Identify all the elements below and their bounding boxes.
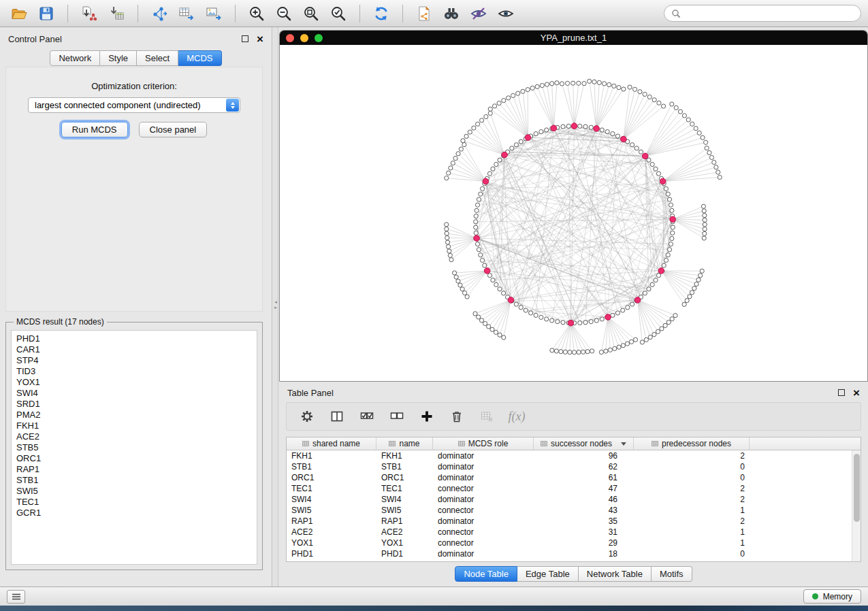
- float-table-panel-icon[interactable]: [838, 389, 845, 396]
- import-network-button[interactable]: [77, 3, 101, 24]
- table-row[interactable]: SWI5SWI5connector431: [287, 505, 852, 516]
- window-maximize-icon[interactable]: [315, 34, 323, 42]
- table-body: FKH1FKH1dominator962STB1STB1dominator620…: [287, 450, 852, 561]
- mcds-result-item[interactable]: YOX1: [16, 377, 252, 388]
- optimization-label: Optimization criterion:: [6, 81, 262, 91]
- tab-network[interactable]: Network: [50, 50, 100, 66]
- search-box: [664, 5, 861, 22]
- scrollbar-thumb[interactable]: [854, 454, 860, 522]
- memory-button[interactable]: Memory: [803, 589, 861, 604]
- column-header-name[interactable]: name: [376, 437, 433, 450]
- delete-column-button[interactable]: [449, 408, 465, 425]
- tab-style[interactable]: Style: [100, 50, 137, 66]
- add-column-button[interactable]: [419, 408, 435, 425]
- mcds-result-item[interactable]: CAR1: [16, 344, 252, 355]
- table-cell: 18: [534, 549, 634, 559]
- refresh-layout-button[interactable]: [369, 3, 393, 24]
- table-tab-edge-table[interactable]: Edge Table: [517, 566, 579, 582]
- mcds-result-item[interactable]: STB1: [16, 475, 252, 486]
- table-settings-button[interactable]: [299, 408, 315, 425]
- mcds-result-item[interactable]: SWI5: [16, 486, 252, 497]
- zoom-in-icon: [248, 5, 266, 22]
- mcds-result-item[interactable]: TEC1: [16, 497, 252, 508]
- save-session-button[interactable]: [34, 3, 59, 24]
- mcds-result-item[interactable]: SWI4: [16, 388, 252, 399]
- mcds-result-item[interactable]: ACE2: [16, 431, 252, 442]
- column-header-shared-name[interactable]: shared name: [287, 437, 376, 450]
- table-row[interactable]: RAP1RAP1dominator352: [287, 516, 852, 527]
- table-cell: 62: [534, 462, 634, 472]
- mcds-result-item[interactable]: GCR1: [16, 508, 252, 518]
- table-tab-motifs[interactable]: Motifs: [652, 566, 692, 582]
- select-all-button[interactable]: [359, 408, 375, 425]
- import-table-button[interactable]: [104, 3, 129, 24]
- tab-select[interactable]: Select: [137, 50, 178, 66]
- mcds-result-item[interactable]: PHD1: [16, 333, 252, 344]
- mcds-result-item[interactable]: SRD1: [16, 399, 252, 410]
- table-row[interactable]: YOX1YOX1connector291: [287, 538, 852, 548]
- splitter-handle-icon[interactable]: ◂▸: [273, 299, 278, 310]
- table-row[interactable]: PHD1PHD1dominator180: [287, 548, 852, 559]
- run-mcds-button[interactable]: Run MCDS: [61, 122, 128, 137]
- table-cell: STB1: [287, 462, 376, 472]
- table-tab-network-table[interactable]: Network Table: [579, 566, 652, 582]
- workspace: YPA_prune.txt_1 Table Panel ×: [279, 27, 868, 587]
- mcds-result-item[interactable]: STB5: [16, 442, 252, 453]
- column-header-successor-nodes[interactable]: successor nodes: [534, 437, 634, 450]
- export-network-button[interactable]: [147, 3, 172, 24]
- mcds-result-box: MCDS result (17 nodes) PHD1CAR1STP4TID3Y…: [5, 317, 263, 570]
- columns-icon: [330, 410, 344, 423]
- table-cell: 1: [634, 538, 750, 548]
- window-close-icon[interactable]: [286, 34, 294, 42]
- list-icon: [12, 593, 21, 600]
- table-row[interactable]: ORC1ORC1dominator610: [287, 472, 852, 483]
- open-network-button[interactable]: [7, 3, 31, 24]
- tab-mcds[interactable]: MCDS: [178, 50, 221, 66]
- mcds-result-item[interactable]: TID3: [16, 366, 252, 377]
- mcds-result-item[interactable]: PMA2: [16, 410, 252, 420]
- table-tab-node-table[interactable]: Node Table: [455, 566, 517, 582]
- panel-splitter[interactable]: ◂▸: [273, 27, 278, 587]
- mcds-result-item[interactable]: RAP1: [16, 464, 252, 475]
- export-table-button[interactable]: [174, 3, 199, 24]
- close-table-panel-icon[interactable]: ×: [853, 387, 860, 399]
- column-header-predecessor-nodes[interactable]: predecessor nodes: [634, 437, 750, 450]
- window-minimize-icon[interactable]: [300, 34, 308, 42]
- table-row[interactable]: TEC1TEC1connector472: [287, 483, 852, 494]
- table-row[interactable]: FKH1FKH1dominator962: [287, 450, 852, 461]
- zoom-selected-icon: [329, 5, 347, 22]
- search-input[interactable]: [685, 8, 854, 18]
- share-document-icon: [415, 5, 433, 22]
- column-header-mcds-role[interactable]: MCDS role: [433, 437, 534, 450]
- zoom-fit-button[interactable]: [299, 3, 323, 24]
- mcds-result-item[interactable]: ORC1: [16, 453, 252, 464]
- task-history-button[interactable]: [7, 590, 25, 604]
- control-panel: Control Panel × NetworkStyleSelectMCDS O…: [0, 27, 272, 587]
- table-row[interactable]: STB1STB1dominator620: [287, 461, 852, 472]
- mcds-result-item[interactable]: FKH1: [16, 420, 252, 431]
- float-panel-icon[interactable]: [242, 35, 248, 42]
- find-button[interactable]: [439, 3, 464, 24]
- unselect-all-button[interactable]: [389, 408, 405, 425]
- table-scrollbar[interactable]: [852, 450, 861, 561]
- share-document-button[interactable]: [412, 3, 436, 24]
- network-canvas[interactable]: [280, 45, 867, 381]
- table-cell: SWI4: [376, 495, 433, 504]
- trash-icon: [450, 410, 464, 423]
- table-cell: 1: [634, 527, 750, 537]
- export-image-button[interactable]: [202, 3, 226, 24]
- table-row[interactable]: ACE2ACE2connector311: [287, 527, 852, 538]
- show-columns-button[interactable]: [329, 408, 345, 425]
- network-window-titlebar[interactable]: YPA_prune.txt_1: [280, 31, 867, 45]
- hide-details-button[interactable]: [466, 3, 491, 24]
- zoom-in-button[interactable]: [244, 3, 269, 24]
- zoom-out-button[interactable]: [272, 3, 296, 24]
- optimization-dropdown[interactable]: largest connected component (undirected): [28, 97, 240, 113]
- mcds-result-item[interactable]: STP4: [16, 355, 252, 366]
- show-details-button[interactable]: [494, 3, 518, 24]
- table-row[interactable]: SWI4SWI4dominator462: [287, 494, 852, 505]
- close-panel-button[interactable]: Close panel: [139, 122, 208, 137]
- zoom-selected-button[interactable]: [326, 3, 351, 24]
- close-panel-icon[interactable]: ×: [257, 33, 263, 45]
- main-toolbar: [0, 0, 868, 27]
